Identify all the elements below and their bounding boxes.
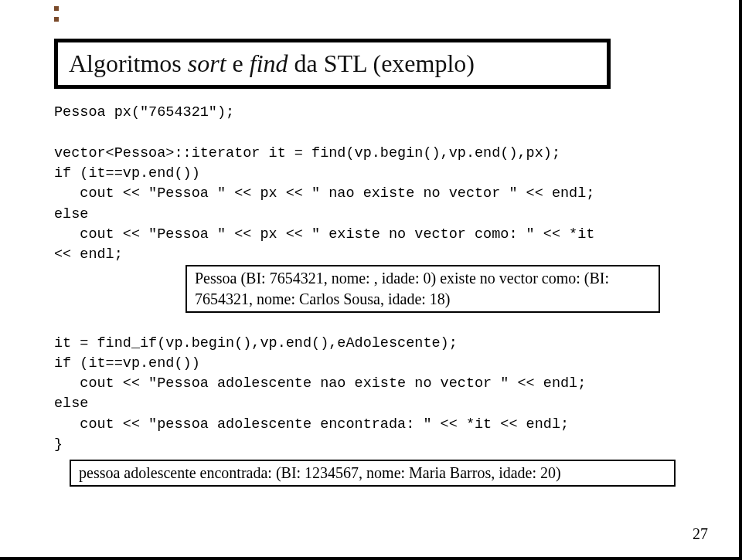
- code-line: else: [54, 206, 88, 222]
- code-line: cout << "Pessoa " << px << " nao existe …: [54, 185, 594, 202]
- slide-title: Algoritmos sort e find da STL (exemplo): [69, 50, 596, 77]
- output-text: Pessoa (BI: 7654321, nome: , idade: 0) e…: [195, 270, 609, 307]
- code-block: Pessoa px("7654321"); vector<Pessoa>::it…: [54, 103, 700, 487]
- code-line: if (it==vp.end()): [54, 165, 200, 182]
- title-text: e: [226, 49, 250, 77]
- code-line: cout << "pessoa adolescente encontrada: …: [54, 416, 569, 433]
- output-text: pessoa adolescente encontrada: (BI: 1234…: [79, 464, 561, 481]
- code-line: else: [54, 395, 88, 412]
- decorative-bullets: [54, 6, 59, 22]
- code-line: << endl;: [54, 246, 123, 263]
- code-line: cout << "Pessoa adolescente nao existe n…: [54, 375, 586, 392]
- output-box: pessoa adolescente encontrada: (BI: 1234…: [70, 460, 676, 487]
- code-line: it = find_if(vp.begin(),vp.end(),eAdoles…: [54, 335, 458, 351]
- code-line: Pessoa px("7654321");: [54, 104, 234, 120]
- code-line: if (it==vp.end()): [54, 355, 200, 372]
- title-box: Algoritmos sort e find da STL (exemplo): [54, 39, 611, 89]
- bullet-icon: [54, 6, 59, 11]
- page-number: 27: [693, 525, 708, 543]
- title-text: da STL (exemplo): [288, 49, 475, 77]
- bullet-icon: [54, 17, 59, 22]
- output-box: Pessoa (BI: 7654321, nome: , idade: 0) e…: [186, 265, 660, 313]
- title-italic: find: [250, 49, 288, 77]
- code-line: vector<Pessoa>::iterator it = find(vp.be…: [54, 145, 560, 161]
- code-line: cout << "Pessoa " << px << " existe no v…: [54, 226, 594, 243]
- title-italic: sort: [188, 49, 226, 77]
- slide: Algoritmos sort e find da STL (exemplo) …: [0, 0, 742, 560]
- code-line: }: [54, 436, 63, 453]
- title-text: Algoritmos: [69, 49, 188, 77]
